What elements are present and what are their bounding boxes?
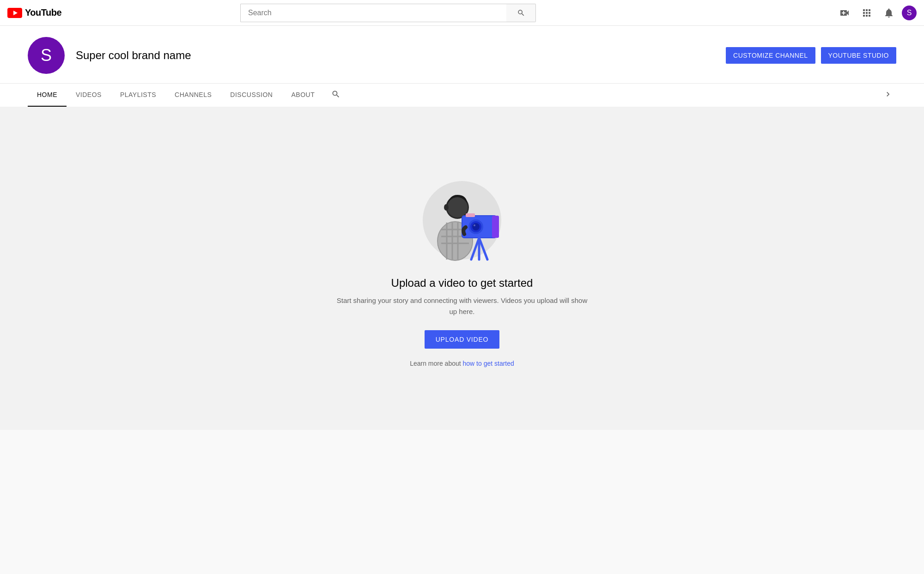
empty-state-subtitle: Start sharing your story and connecting … — [333, 295, 591, 317]
empty-state: Upload a video to get started Start shar… — [333, 169, 591, 367]
channel-name: Super cool brand name — [76, 49, 715, 62]
svg-point-18 — [472, 223, 480, 230]
svg-point-19 — [474, 224, 475, 226]
svg-point-13 — [444, 204, 449, 211]
apps-button[interactable] — [857, 4, 876, 22]
search-button[interactable] — [506, 4, 536, 22]
nav-search-icon[interactable] — [328, 86, 344, 104]
chevron-right-icon — [883, 90, 893, 99]
tab-about[interactable]: ABOUT — [282, 84, 324, 107]
apps-grid-icon — [861, 7, 872, 18]
create-video-button[interactable] — [835, 4, 854, 22]
search-icon — [331, 90, 340, 99]
channel-avatar: S — [28, 37, 65, 74]
youtube-logo-icon — [7, 8, 22, 18]
header-actions: S — [835, 4, 917, 22]
svg-rect-21 — [492, 216, 499, 238]
youtube-studio-button[interactable]: YOUTUBE STUDIO — [821, 47, 896, 64]
search-icon — [517, 9, 525, 17]
svg-rect-20 — [466, 213, 475, 217]
camera-illustration — [416, 169, 508, 262]
user-avatar[interactable]: S — [902, 6, 917, 20]
tab-channels[interactable]: CHANNELS — [165, 84, 221, 107]
learn-more-text: Learn more about how to get started — [410, 360, 514, 367]
channel-header: S Super cool brand name CUSTOMIZE CHANNE… — [0, 26, 924, 107]
empty-state-title: Upload a video to get started — [391, 277, 533, 290]
tab-playlists[interactable]: PLAYLISTS — [111, 84, 165, 107]
bell-icon — [883, 7, 894, 18]
learn-more-prefix: Learn more about — [410, 360, 462, 367]
tab-discussion[interactable]: DISCUSSION — [221, 84, 282, 107]
search-input[interactable] — [240, 4, 506, 22]
channel-info-row: S Super cool brand name CUSTOMIZE CHANNE… — [0, 37, 924, 83]
customize-channel-button[interactable]: CUSTOMIZE CHANNEL — [726, 47, 815, 64]
upload-video-button[interactable]: UPLOAD VIDEO — [425, 330, 500, 349]
svg-point-12 — [447, 197, 468, 218]
channel-actions: CUSTOMIZE CHANNEL YOUTUBE STUDIO — [726, 47, 896, 64]
main-content: Upload a video to get started Start shar… — [0, 107, 924, 430]
tab-videos[interactable]: VIDEOS — [67, 84, 111, 107]
tab-home[interactable]: HOME — [28, 84, 67, 107]
nav-more-chevron[interactable] — [880, 86, 896, 105]
learn-more-link[interactable]: how to get started — [463, 360, 514, 367]
notifications-button[interactable] — [880, 4, 898, 22]
youtube-logo-text: YouTube — [25, 7, 61, 18]
search-form — [240, 4, 536, 22]
header: YouTube S — [0, 0, 924, 26]
logo-area[interactable]: YouTube — [7, 7, 91, 18]
channel-nav: HOME VIDEOS PLAYLISTS CHANNELS DISCUSSIO… — [0, 83, 924, 107]
camera-plus-icon — [839, 7, 850, 18]
